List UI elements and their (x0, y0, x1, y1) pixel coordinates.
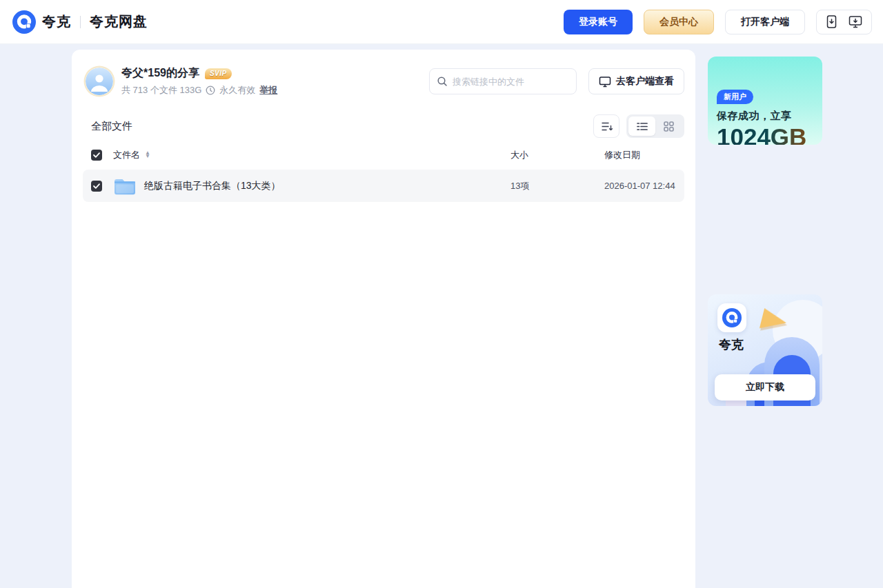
file-date: 2026-01-07 12:44 (604, 181, 676, 191)
login-button[interactable]: 登录账号 (564, 10, 633, 34)
quark-logo-icon (12, 10, 36, 34)
search-icon (437, 76, 448, 87)
share-title: 夸父*159的分享 (121, 66, 199, 81)
name-sort-control[interactable]: ▲ ▼ (145, 152, 150, 159)
sort-lines-icon (601, 121, 613, 132)
promo-storage-amount: 1024GB (717, 125, 806, 145)
column-name-label: 文件名 (113, 149, 140, 161)
row-checkbox[interactable] (91, 181, 102, 192)
avatar (86, 68, 113, 95)
file-table-header: 文件名 ▲ ▼ 大小 修改日期 (83, 141, 684, 170)
share-content-panel: 夸父*159的分享 SVIP 共 713 个文件 133G 永久有效 举报 (72, 50, 695, 588)
share-summary: 共 713 个文件 133G (121, 84, 201, 97)
select-all-checkbox[interactable] (91, 150, 102, 161)
desktop-download-icon[interactable] (849, 15, 862, 28)
brand-name: 夸克 (42, 12, 71, 31)
monitor-icon (599, 76, 611, 88)
list-view-segment[interactable] (628, 116, 655, 136)
share-header: 夸父*159的分享 SVIP 共 713 个文件 133G 永久有效 举报 (72, 50, 695, 97)
app-download-promo-card[interactable]: 夸克 立即下载 (708, 294, 822, 406)
top-navbar: 夸克 夸克网盘 登录账号 会员中心 打开客户端 (0, 0, 883, 44)
download-now-button[interactable]: 立即下载 (715, 374, 815, 401)
column-date-label: 修改日期 (604, 149, 676, 161)
vip-center-button[interactable]: 会员中心 (644, 10, 714, 34)
new-user-badge: 新用户 (717, 90, 753, 104)
validity-clock-icon (206, 85, 215, 95)
table-row[interactable]: 绝版古籍电子书合集（13大类） 13项 2026-01-07 12:44 (83, 170, 684, 202)
grid-view-icon (664, 121, 674, 132)
folder-icon (113, 176, 137, 196)
new-user-promo-card[interactable]: 新用户 保存成功，立享 1024GB (708, 57, 822, 145)
brand[interactable]: 夸克 夸克网盘 (12, 10, 148, 34)
open-client-button[interactable]: 打开客户端 (725, 10, 805, 34)
column-size-label: 大小 (510, 149, 599, 161)
brand-product-name: 夸克网盘 (90, 12, 148, 31)
quark-app-icon (717, 303, 746, 332)
download-apps-group (816, 10, 872, 34)
view-in-client-button[interactable]: 去客户端查看 (588, 68, 684, 94)
file-size: 13项 (510, 180, 599, 192)
promo-headline: 保存成功，立享 (717, 110, 813, 123)
svip-badge: SVIP (205, 68, 232, 79)
sort-order-button[interactable] (593, 114, 619, 138)
app-name: 夸克 (719, 336, 744, 353)
grid-view-segment[interactable] (655, 116, 682, 136)
sort-desc-icon: ▼ (145, 155, 150, 159)
search-box (429, 68, 577, 94)
view-mode-toggle (626, 114, 684, 138)
list-view-icon (637, 122, 648, 131)
view-in-client-label: 去客户端查看 (616, 75, 674, 88)
brand-divider (80, 16, 81, 28)
section-title-all-files: 全部文件 (91, 120, 132, 133)
file-name[interactable]: 绝版古籍电子书合集（13大类） (144, 180, 281, 192)
phone-download-icon[interactable] (826, 15, 837, 28)
report-link[interactable]: 举报 (259, 84, 277, 97)
search-input[interactable] (453, 77, 569, 87)
validity-text: 永久有效 (219, 84, 255, 97)
